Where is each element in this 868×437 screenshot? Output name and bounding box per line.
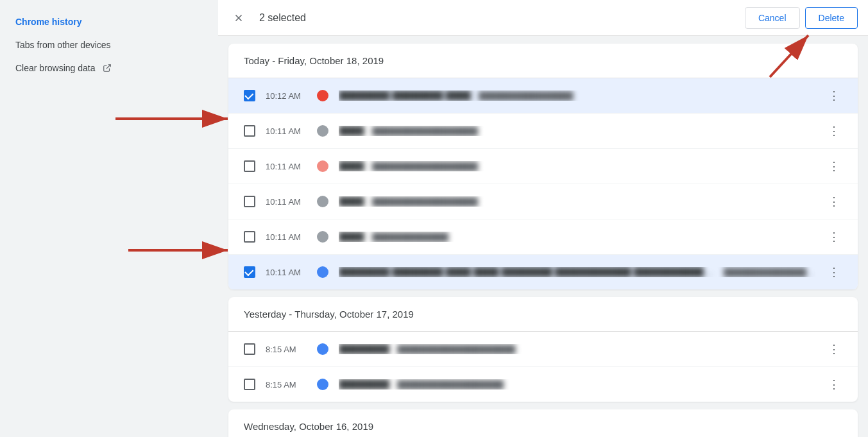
row-time: 10:11 AM (266, 268, 307, 277)
row-time: 8:15 AM (266, 345, 307, 354)
external-link-icon (102, 63, 112, 73)
selected-count: 2 selected (259, 12, 735, 24)
sidebar: Chrome history Tabs from other devices C… (0, 0, 218, 437)
row-checkbox[interactable] (244, 231, 255, 243)
favicon-icon (317, 160, 328, 172)
row-checkbox[interactable] (244, 196, 255, 207)
date-header-yesterday: Yesterday - Thursday, October 17, 2019 (228, 297, 858, 332)
entry-title: ████ (339, 161, 364, 171)
svg-line-0 (106, 65, 110, 69)
row-checkbox[interactable] (244, 90, 255, 101)
date-header-wednesday: Wednesday, October 16, 2019 (228, 409, 858, 437)
entry-title: ████████ ████████ ████ ████ ████████ ███… (339, 267, 716, 277)
row-time: 8:15 AM (266, 380, 307, 390)
cancel-button[interactable]: Cancel (745, 7, 800, 29)
row-checkbox[interactable] (244, 160, 255, 172)
entry-content: ████████ ████████ ████ ████ ████████ ███… (339, 267, 815, 277)
entry-title: ████████ (339, 344, 389, 354)
favicon-icon (317, 379, 328, 390)
row-checkbox[interactable] (244, 343, 255, 355)
entry-title: ████████ (339, 379, 389, 390)
entry-content: ████ █████████████ (339, 232, 815, 242)
sidebar-item-chrome-history[interactable]: Chrome history (0, 10, 208, 33)
more-options-button[interactable]: ⋮ (826, 157, 842, 176)
date-header-today: Today - Friday, October 18, 2019 (228, 44, 858, 78)
entry-title: ████████ ████████ ████ (339, 90, 471, 101)
favicon-icon (317, 231, 328, 243)
history-row: 8:15 AM ████████ ██████████████████ ⋮ (228, 367, 858, 402)
history-row: 10:11 AM ████████ ████████ ████ ████ ███… (228, 255, 858, 289)
main-content: 2 selected Cancel Delete Today - Friday,… (218, 0, 868, 437)
row-time: 10:12 AM (266, 91, 307, 101)
history-content: Today - Friday, October 18, 2019 10:12 A… (218, 36, 868, 437)
sidebar-item-tabs-other-devices[interactable]: Tabs from other devices (0, 33, 208, 56)
history-row: 10:11 AM ████ ██████████████████ ⋮ (228, 184, 858, 219)
date-section-today: Today - Friday, October 18, 2019 10:12 A… (228, 44, 858, 289)
row-time: 10:11 AM (266, 232, 307, 242)
entry-content: ████ ██████████████████ (339, 126, 815, 136)
entry-url: ████████████████████ (397, 345, 515, 354)
entry-url: ██████████████████ (372, 162, 479, 171)
favicon-icon (317, 266, 328, 278)
more-options-button[interactable]: ⋮ (826, 375, 842, 394)
more-options-button[interactable]: ⋮ (826, 86, 842, 105)
date-section-yesterday: Yesterday - Thursday, October 17, 2019 8… (228, 297, 858, 402)
sidebar-item-clear-browsing-data[interactable]: Clear browsing data (0, 56, 208, 80)
row-time: 10:11 AM (266, 126, 307, 136)
row-checkbox[interactable] (244, 125, 255, 137)
favicon-icon (317, 90, 328, 101)
history-row: 10:11 AM ████ ██████████████████ ⋮ (228, 114, 858, 149)
history-row: 8:15 AM ████████ ████████████████████ ⋮ (228, 332, 858, 367)
entry-content: ████████ ████████████████████ (339, 344, 815, 354)
more-options-button[interactable]: ⋮ (826, 192, 842, 211)
row-time: 10:11 AM (266, 197, 307, 207)
entry-url: ██████████████████ (372, 197, 479, 207)
entry-url: ██████████████████ (397, 380, 504, 390)
more-options-button[interactable]: ⋮ (826, 227, 842, 246)
history-row: 10:11 AM ████ █████████████ ⋮ (228, 219, 858, 255)
entry-content: ████ ██████████████████ (339, 161, 815, 171)
close-button[interactable] (228, 8, 249, 28)
entry-url: ██████████████████ (372, 126, 479, 136)
entry-content: ████████ ████████ ████ ████████████████ (339, 90, 815, 101)
entry-url: ████████████████ (479, 91, 573, 101)
history-row: 10:11 AM ████ ██████████████████ ⋮ (228, 149, 858, 184)
more-options-button[interactable]: ⋮ (826, 339, 842, 359)
topbar-actions: Cancel Delete (745, 7, 858, 29)
entry-content: ████ ██████████████████ (339, 196, 815, 207)
entry-url: ██████████████████ (724, 268, 815, 277)
favicon-icon (317, 125, 328, 137)
topbar: 2 selected Cancel Delete (218, 0, 868, 36)
more-options-button[interactable]: ⋮ (826, 262, 842, 282)
more-options-button[interactable]: ⋮ (826, 121, 842, 141)
row-time: 10:11 AM (266, 162, 307, 171)
sidebar-item-label: Chrome history (15, 17, 81, 27)
entry-content: ████████ ██████████████████ (339, 379, 815, 390)
row-checkbox[interactable] (244, 379, 255, 390)
entry-title: ████ (339, 232, 364, 242)
entry-title: ████ (339, 196, 364, 207)
favicon-icon (317, 343, 328, 355)
date-section-wednesday: Wednesday, October 16, 2019 (228, 409, 858, 437)
row-checkbox[interactable] (244, 266, 255, 278)
entry-url: █████████████ (372, 232, 449, 242)
delete-button[interactable]: Delete (805, 7, 858, 29)
sidebar-item-label: Tabs from other devices (15, 40, 111, 50)
sidebar-item-label: Clear browsing data (15, 63, 96, 73)
history-row: 10:12 AM ████████ ████████ ████ ████████… (228, 78, 858, 114)
entry-title: ████ (339, 126, 364, 136)
favicon-icon (317, 196, 328, 207)
